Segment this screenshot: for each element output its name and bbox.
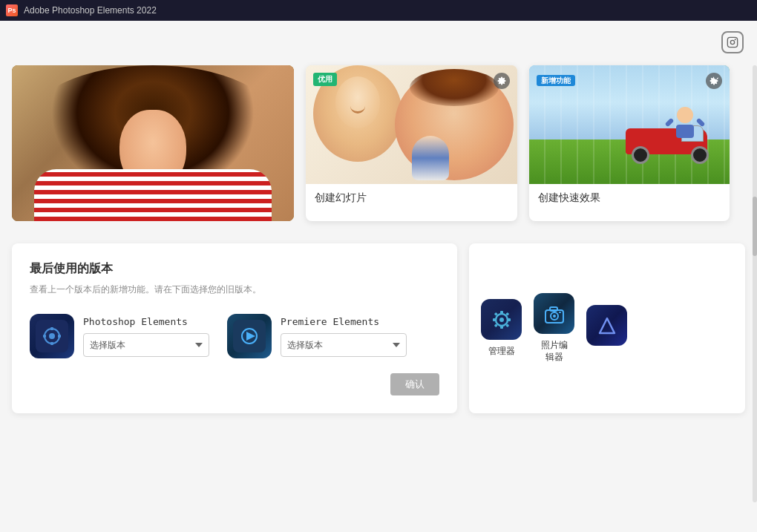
scrollbar-thumb	[753, 197, 757, 256]
svg-point-26	[553, 315, 556, 318]
svg-rect-15	[500, 311, 503, 314]
svg-rect-6	[50, 327, 53, 330]
confirm-button[interactable]: 确认	[390, 373, 439, 395]
svg-rect-24	[550, 307, 557, 311]
premiere-version-select[interactable]: 选择版本 2021 2020 2019	[281, 333, 407, 357]
photoshop-product-name: Photoshop Elements	[83, 316, 209, 327]
svg-rect-17	[493, 318, 496, 321]
recent-panel-desc: 查看上一个版本后的新增功能。请在下面选择您的旧版本。	[30, 283, 439, 296]
cards-section: 优用 创建幻灯片	[0, 21, 757, 236]
main-content: 优用 创建幻灯片	[0, 21, 757, 532]
svg-rect-18	[508, 318, 511, 321]
recent-panel-title: 最后使用的版本	[30, 261, 439, 277]
manager-label: 管理器	[488, 346, 515, 358]
app-icon-manager[interactable]: 管理器	[481, 299, 522, 358]
app-icon: Ps	[6, 4, 18, 16]
instagram-icon[interactable]	[721, 31, 744, 53]
premiere-icon	[227, 314, 272, 358]
card-quick-effects-image: 新增功能	[529, 65, 730, 184]
card-settings-icon[interactable]	[494, 73, 510, 89]
card-main-photo	[12, 65, 294, 221]
card-slideshow-image: 优用	[306, 65, 517, 184]
app-icon-third[interactable]	[586, 305, 627, 352]
product-row: Photoshop Elements 选择版本 2021 2020 2019	[30, 314, 439, 358]
app-icon-editor[interactable]: 照片编 辑器	[534, 293, 574, 363]
product-premiere: Premiere Elements 选择版本 2021 2020 2019	[227, 314, 407, 358]
card-slideshow[interactable]: 优用 创建幻灯片	[306, 65, 517, 221]
card-badge-new: 新增功能	[537, 73, 575, 86]
card-quick-effects-label: 创建快速效果	[529, 184, 730, 212]
scrollbar[interactable]	[753, 65, 757, 502]
confirm-row: 确认	[30, 373, 439, 395]
svg-point-5	[49, 333, 55, 339]
photoshop-version-select[interactable]: 选择版本 2021 2020 2019	[83, 333, 209, 357]
app-title: Adobe Photoshop Elements 2022	[24, 5, 157, 16]
premiere-product-name: Premiere Elements	[281, 316, 407, 327]
card-quick-effects-settings-icon[interactable]	[706, 73, 722, 89]
manager-icon-box	[481, 299, 522, 340]
third-icon-box	[586, 305, 627, 346]
editor-label: 照片编 辑器	[541, 340, 568, 363]
bottom-section: 最后使用的版本 查看上一个版本后的新增功能。请在下面选择您的旧版本。	[0, 243, 757, 413]
photoshop-icon	[30, 314, 74, 358]
svg-point-1	[730, 40, 734, 44]
svg-rect-9	[58, 335, 61, 338]
svg-rect-27	[559, 312, 561, 313]
card-quick-effects[interactable]: 新增功能 创建快速效果	[529, 65, 730, 221]
svg-point-2	[735, 39, 736, 40]
svg-rect-7	[50, 342, 53, 345]
svg-rect-8	[43, 335, 46, 338]
card-slideshow-label: 创建幻灯片	[306, 184, 517, 212]
svg-rect-16	[500, 326, 503, 329]
title-bar: Ps Adobe Photoshop Elements 2022	[0, 0, 757, 21]
product-photoshop: Photoshop Elements 选择版本 2021 2020 2019	[30, 314, 209, 358]
recent-version-panel: 最后使用的版本 查看上一个版本后的新增功能。请在下面选择您的旧版本。	[12, 243, 457, 413]
card-badge-used: 优用	[313, 73, 337, 86]
svg-rect-0	[727, 37, 737, 47]
svg-point-14	[499, 318, 504, 322]
app-icons-panel: 管理器	[469, 243, 745, 413]
editor-icon-box	[534, 293, 574, 334]
